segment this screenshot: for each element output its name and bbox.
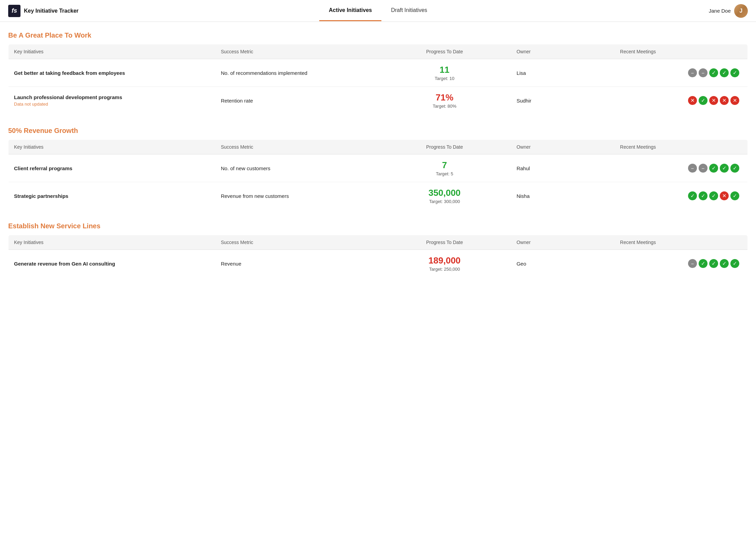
progress-target: Target: 250,000 xyxy=(383,267,506,272)
tab-active-initiatives[interactable]: Active Initiatives xyxy=(319,0,381,21)
progress-target: Target: 10 xyxy=(383,76,506,81)
meeting-icon-5: ✓ xyxy=(730,259,739,268)
meeting-icon-5: ✓ xyxy=(730,191,739,200)
user-area: Jane Doe J xyxy=(709,4,748,18)
col-header-progress-2: Progress To Date xyxy=(378,140,511,154)
initiative-name-cell: Launch professional development programs… xyxy=(9,87,215,114)
app-title: Key Initiative Tracker xyxy=(24,8,79,14)
owner-cell: Sudhir xyxy=(511,87,615,114)
meeting-icon-1: − xyxy=(688,68,697,77)
col-header-progress-3: Progress To Date xyxy=(378,235,511,250)
metric-value: Revenue xyxy=(221,261,241,267)
owner-name: Nisha xyxy=(517,193,530,199)
initiative-name: Generate revenue from Gen AI consulting xyxy=(14,261,210,267)
section-service-lines: Establish New Service Lines Key Initiati… xyxy=(8,222,748,278)
meeting-icon-2: ✓ xyxy=(699,259,708,268)
avatar: J xyxy=(734,4,748,18)
meeting-icon-1: − xyxy=(688,259,697,268)
meeting-icon-1: ✓ xyxy=(688,191,697,200)
owner-cell: Geo xyxy=(511,250,615,278)
table-3-header-row: Key Initiatives Success Metric Progress … xyxy=(9,235,748,250)
progress-value: 189,000 xyxy=(383,255,506,266)
main-nav: Active Initiatives Draft Initiatives xyxy=(319,0,437,21)
app-logo-icon: fs xyxy=(8,5,20,17)
meeting-icon-3: ✓ xyxy=(709,68,718,77)
meeting-icon-2: ✓ xyxy=(699,191,708,200)
col-header-meetings-1: Recent Meetings xyxy=(615,44,748,59)
metric-cell: No. of new customers xyxy=(215,154,378,182)
initiative-name-cell: Generate revenue from Gen AI consulting xyxy=(9,250,215,278)
table-row: Strategic partnerships Revenue from new … xyxy=(9,182,748,210)
progress-value: 71% xyxy=(383,92,506,103)
meetings-cell: − ✓ ✓ ✓ ✓ xyxy=(615,250,748,278)
table-2-header-row: Key Initiatives Success Metric Progress … xyxy=(9,140,748,154)
meeting-icon-5: ✕ xyxy=(730,96,739,105)
initiative-name: Client referral programs xyxy=(14,165,210,171)
metric-cell: Revenue xyxy=(215,250,378,278)
section-1-title: Be A Great Place To Work xyxy=(8,31,748,39)
section-be-great-place: Be A Great Place To Work Key Initiatives… xyxy=(8,31,748,114)
meeting-icon-4: ✕ xyxy=(720,96,729,105)
initiative-name: Launch professional development programs xyxy=(14,94,210,100)
app-header: fs Key Initiative Tracker Active Initiat… xyxy=(0,0,756,22)
initiative-name: Strategic partnerships xyxy=(14,193,210,199)
col-header-owner-1: Owner xyxy=(511,44,615,59)
initiative-name-cell: Strategic partnerships xyxy=(9,182,215,210)
meeting-icon-1: ✕ xyxy=(688,96,697,105)
meetings-cell: ✕ ✓ ✕ ✕ ✕ xyxy=(615,87,748,114)
progress-value: 7 xyxy=(383,160,506,171)
meetings-cell: ✓ ✓ ✓ ✕ ✓ xyxy=(615,182,748,210)
meeting-icon-3: ✓ xyxy=(709,259,718,268)
table-row: Client referral programs No. of new cust… xyxy=(9,154,748,182)
user-name: Jane Doe xyxy=(709,8,731,14)
col-header-owner-2: Owner xyxy=(511,140,615,154)
metric-value: No. of recommendations implemented xyxy=(221,70,307,76)
meetings-cell: − − ✓ ✓ ✓ xyxy=(615,59,748,87)
meeting-icon-2: − xyxy=(699,164,708,173)
col-header-meetings-3: Recent Meetings xyxy=(615,235,748,250)
owner-name: Rahul xyxy=(517,165,530,171)
meeting-icon-2: − xyxy=(699,68,708,77)
meetings-icons: − ✓ ✓ ✓ ✓ xyxy=(620,259,742,268)
progress-cell: 350,000 Target: 300,000 xyxy=(378,182,511,210)
progress-target: Target: 5 xyxy=(383,171,506,176)
progress-target: Target: 80% xyxy=(383,104,506,109)
table-row: Get better at taking feedback from emplo… xyxy=(9,59,748,87)
initiative-name: Get better at taking feedback from emplo… xyxy=(14,70,210,76)
main-content: Be A Great Place To Work Key Initiatives… xyxy=(0,22,756,299)
meetings-icons: ✓ ✓ ✓ ✕ ✓ xyxy=(620,191,742,200)
section-2-table: Key Initiatives Success Metric Progress … xyxy=(8,139,748,210)
section-revenue-growth: 50% Revenue Growth Key Initiatives Succe… xyxy=(8,127,748,210)
data-warning: Data not updated xyxy=(14,102,210,107)
logo-text: fs xyxy=(12,7,17,14)
metric-cell: Retention rate xyxy=(215,87,378,114)
table-row: Launch professional development programs… xyxy=(9,87,748,114)
meetings-icons: − − ✓ ✓ ✓ xyxy=(620,164,742,173)
metric-value: Revenue from new customers xyxy=(221,193,289,199)
meeting-icon-1: − xyxy=(688,164,697,173)
owner-name: Sudhir xyxy=(517,98,531,104)
progress-cell: 71% Target: 80% xyxy=(378,87,511,114)
tab-draft-initiatives[interactable]: Draft Initiatives xyxy=(381,0,437,21)
meeting-icon-4: ✕ xyxy=(720,191,729,200)
col-header-metric-2: Success Metric xyxy=(215,140,378,154)
section-1-table: Key Initiatives Success Metric Progress … xyxy=(8,44,748,114)
owner-name: Lisa xyxy=(517,70,526,76)
meeting-icon-4: ✓ xyxy=(720,68,729,77)
metric-cell: No. of recommendations implemented xyxy=(215,59,378,87)
col-header-initiatives-2: Key Initiatives xyxy=(9,140,215,154)
meeting-icon-4: ✓ xyxy=(720,164,729,173)
meeting-icon-3: ✓ xyxy=(709,191,718,200)
meeting-icon-2: ✓ xyxy=(699,96,708,105)
table-1-header-row: Key Initiatives Success Metric Progress … xyxy=(9,44,748,59)
section-3-table: Key Initiatives Success Metric Progress … xyxy=(8,235,748,278)
col-header-metric-3: Success Metric xyxy=(215,235,378,250)
meeting-icon-3: ✕ xyxy=(709,96,718,105)
col-header-initiatives-1: Key Initiatives xyxy=(9,44,215,59)
meetings-icons: − − ✓ ✓ ✓ xyxy=(620,68,742,77)
table-row: Generate revenue from Gen AI consulting … xyxy=(9,250,748,278)
metric-value: No. of new customers xyxy=(221,165,270,171)
initiative-name-cell: Get better at taking feedback from emplo… xyxy=(9,59,215,87)
owner-cell: Nisha xyxy=(511,182,615,210)
meeting-icon-4: ✓ xyxy=(720,259,729,268)
